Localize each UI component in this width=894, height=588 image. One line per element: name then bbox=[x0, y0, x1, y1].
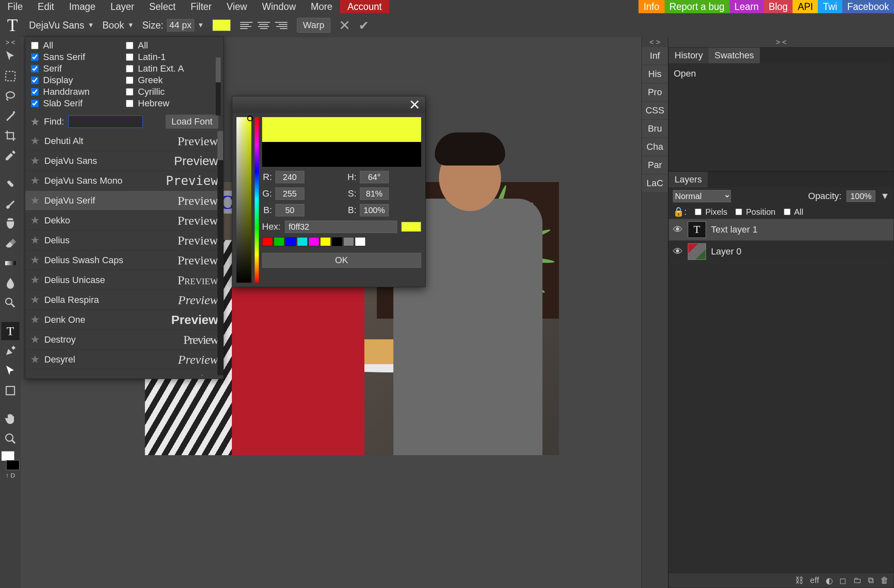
toolbox-collapse[interactable]: > < bbox=[0, 39, 21, 46]
brush-tool[interactable] bbox=[1, 194, 19, 213]
menu-layer[interactable]: Layer bbox=[103, 0, 142, 14]
layer-mask-icon[interactable]: ◻ bbox=[839, 576, 846, 586]
font-row[interactable]: ★DejaVu Sans MonoPreview bbox=[25, 171, 223, 191]
clone-tool[interactable] bbox=[1, 214, 19, 233]
close-icon[interactable]: ✕ bbox=[409, 96, 420, 113]
palette-swatch[interactable] bbox=[285, 237, 296, 246]
palette-swatch[interactable] bbox=[262, 237, 273, 246]
filter-cyrillic[interactable]: Cyrillic bbox=[124, 86, 219, 97]
tab-layers[interactable]: Layers bbox=[669, 172, 708, 187]
align-center-button[interactable] bbox=[256, 19, 271, 31]
heal-tool[interactable] bbox=[1, 175, 19, 193]
star-icon[interactable]: ★ bbox=[30, 115, 40, 128]
palette-swatch[interactable] bbox=[355, 237, 366, 246]
eyedropper-tool[interactable] bbox=[1, 146, 19, 165]
filter-handdrawn[interactable]: Handdrawn bbox=[29, 86, 124, 97]
color-swatches[interactable] bbox=[1, 451, 19, 472]
font-row[interactable]: ★Della RespiraPreview bbox=[25, 290, 223, 310]
palette-swatch[interactable] bbox=[297, 237, 308, 246]
layer-thumb[interactable]: T bbox=[688, 221, 706, 238]
collapsed-tab-css[interactable]: CSS bbox=[642, 102, 668, 119]
star-icon[interactable]: ★ bbox=[30, 333, 40, 346]
g-input[interactable] bbox=[275, 187, 304, 200]
link-twitter[interactable]: Twi bbox=[818, 0, 842, 14]
filter-latin-ext[interactable]: Latin Ext. A bbox=[124, 63, 219, 74]
font-row[interactable]: ★DestroyPreview bbox=[25, 330, 223, 350]
eraser-tool[interactable] bbox=[1, 234, 19, 252]
palette-swatch[interactable] bbox=[320, 237, 331, 246]
font-row[interactable]: ★DesyrelPreview bbox=[25, 350, 223, 370]
zoom-tool[interactable] bbox=[1, 430, 19, 448]
menu-file[interactable]: File bbox=[0, 0, 30, 14]
swap-default-colors[interactable]: ↑ D bbox=[6, 472, 15, 479]
visibility-icon[interactable]: 👁 bbox=[673, 224, 683, 235]
wand-tool[interactable] bbox=[1, 107, 19, 125]
r-input[interactable] bbox=[275, 171, 304, 183]
blend-mode-select[interactable]: Normal bbox=[673, 190, 731, 202]
lock-pixels[interactable]: Pixels bbox=[693, 207, 727, 217]
font-row[interactable]: ★Denk OnePreview bbox=[25, 310, 223, 330]
menu-account[interactable]: Account bbox=[340, 0, 389, 14]
layer-row[interactable]: 👁 Layer 0 bbox=[669, 241, 894, 263]
menu-select[interactable]: Select bbox=[142, 0, 183, 14]
filter-all-left[interactable]: All bbox=[29, 40, 124, 51]
font-row[interactable]: ★Dehuti AltPreview bbox=[25, 131, 223, 151]
menu-edit[interactable]: Edit bbox=[30, 0, 62, 14]
link-info[interactable]: Info bbox=[639, 0, 664, 14]
ok-button[interactable]: OK bbox=[262, 253, 421, 268]
align-left-button[interactable] bbox=[239, 19, 254, 31]
menu-more[interactable]: More bbox=[304, 0, 340, 14]
history-list[interactable]: Open bbox=[669, 63, 894, 171]
palette-swatch[interactable] bbox=[343, 237, 354, 246]
font-row[interactable]: ★Deutsch GothicPreview bbox=[25, 370, 223, 375]
star-icon[interactable]: ★ bbox=[30, 194, 40, 207]
star-icon[interactable]: ★ bbox=[30, 134, 40, 147]
warp-button[interactable]: Warp bbox=[297, 18, 331, 33]
load-font-button[interactable]: Load Font bbox=[166, 115, 218, 129]
font-style-select[interactable]: Book▼ bbox=[102, 20, 134, 31]
menu-window[interactable]: Window bbox=[255, 0, 304, 14]
star-icon[interactable]: ★ bbox=[30, 174, 40, 187]
filter-display[interactable]: Display bbox=[29, 75, 124, 86]
blur-tool[interactable] bbox=[1, 274, 19, 292]
adjustment-layer-icon[interactable]: ◐ bbox=[826, 576, 833, 586]
lock-position[interactable]: Position bbox=[734, 207, 775, 217]
layer-thumb[interactable] bbox=[688, 243, 706, 260]
link-report-bug[interactable]: Report a bug bbox=[665, 0, 730, 14]
pen-tool[interactable] bbox=[1, 342, 19, 360]
star-icon[interactable]: ★ bbox=[30, 353, 40, 366]
crop-tool[interactable] bbox=[1, 127, 19, 145]
collapsed-tab-paragraph[interactable]: Par bbox=[642, 156, 668, 174]
lock-all[interactable]: All bbox=[782, 207, 803, 217]
layers-list[interactable]: 👁 T Text layer 1 👁 Layer 0 bbox=[669, 219, 894, 573]
layer-name[interactable]: Text layer 1 bbox=[711, 224, 758, 235]
star-icon[interactable]: ★ bbox=[30, 214, 40, 227]
font-row[interactable]: ★Delius UnicasePreview bbox=[25, 270, 223, 290]
filter-serif[interactable]: Serif bbox=[29, 63, 124, 74]
collapsed-tab-history[interactable]: His bbox=[642, 65, 668, 83]
link-blog[interactable]: Blog bbox=[764, 0, 793, 14]
collapsed-tab-layercomps[interactable]: LaC bbox=[642, 175, 668, 192]
star-icon[interactable]: ★ bbox=[30, 274, 40, 286]
star-icon[interactable]: ★ bbox=[30, 254, 40, 266]
filter-all-right[interactable]: All bbox=[124, 40, 219, 51]
layer-row[interactable]: 👁 T Text layer 1 bbox=[669, 219, 894, 241]
star-icon[interactable]: ★ bbox=[30, 293, 40, 306]
collapsed-tab-character[interactable]: Cha bbox=[642, 138, 668, 156]
filter-slab-serif[interactable]: Slab Serif bbox=[29, 98, 124, 109]
font-row[interactable]: ★DeliusPreview bbox=[25, 230, 223, 250]
cancel-icon[interactable]: ✕ bbox=[339, 17, 350, 34]
link-api[interactable]: API bbox=[793, 0, 818, 14]
dock-header[interactable]: > < bbox=[668, 37, 894, 47]
star-icon[interactable]: ★ bbox=[30, 373, 40, 375]
new-layer-icon[interactable]: ⧉ bbox=[868, 576, 874, 585]
history-item[interactable]: Open bbox=[674, 67, 889, 81]
menu-image[interactable]: Image bbox=[62, 0, 103, 14]
hex-input[interactable] bbox=[285, 221, 397, 233]
path-select-tool[interactable] bbox=[1, 362, 19, 380]
font-row[interactable]: ★DekkoPreview bbox=[25, 211, 223, 230]
star-icon[interactable]: ★ bbox=[30, 313, 40, 326]
dialog-titlebar[interactable]: ✕ bbox=[232, 96, 425, 113]
type-tool[interactable]: T bbox=[1, 322, 19, 340]
filter-hebrew[interactable]: Hebrew bbox=[124, 98, 219, 109]
